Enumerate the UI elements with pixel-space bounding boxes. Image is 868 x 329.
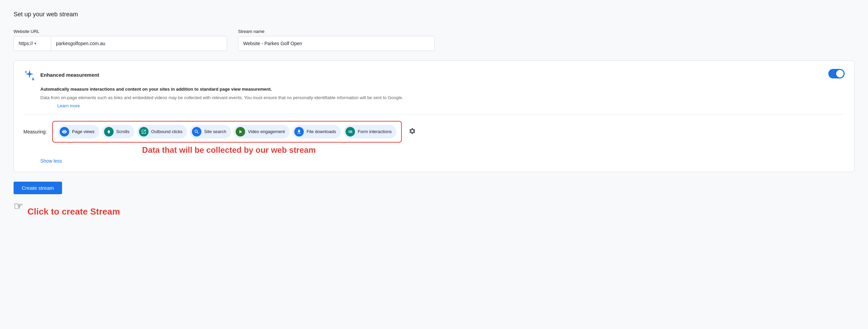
video-engagement-icon xyxy=(236,127,245,136)
click-annotation: Click to create Stream xyxy=(27,206,120,217)
protocol-select[interactable]: https:// ▾ xyxy=(14,36,51,51)
chips-container: Page views Scrolls Outboun xyxy=(52,121,402,143)
chip-scrolls-label: Scrolls xyxy=(116,129,130,134)
chip-page-views-label: Page views xyxy=(72,129,94,134)
chip-form-interactions: Form interactions xyxy=(343,125,396,139)
chip-scrolls: Scrolls xyxy=(102,125,134,139)
measuring-row: Measuring: Page views xyxy=(23,121,417,143)
website-url-label: Website URL xyxy=(14,29,227,34)
create-stream-button[interactable]: Create stream xyxy=(14,182,62,194)
scrolls-icon xyxy=(104,127,114,136)
show-less-link[interactable]: Show less xyxy=(23,158,62,164)
chip-form-interactions-label: Form interactions xyxy=(358,129,392,134)
cursor-icon: ☞ xyxy=(14,200,23,213)
annotation-text: Data that will be collected by our web s… xyxy=(23,145,417,155)
stream-name-label: Stream name xyxy=(238,29,854,34)
chip-file-downloads: File downloads xyxy=(292,125,341,139)
learn-more-link[interactable]: Learn more xyxy=(40,103,80,108)
url-input[interactable] xyxy=(51,36,227,51)
enhanced-measurement-title: Enhanced measurement xyxy=(40,72,99,78)
settings-button[interactable] xyxy=(407,126,417,137)
enhanced-measurement-card: Enhanced measurement Automatically measu… xyxy=(14,60,854,172)
chip-video-engagement: Video engagement xyxy=(234,125,290,139)
chip-outbound-clicks: Outbound clicks xyxy=(137,125,188,139)
file-downloads-icon xyxy=(294,127,304,136)
chevron-down-icon: ▾ xyxy=(34,41,36,46)
enhanced-description: Automatically measure interactions and c… xyxy=(23,86,845,93)
sparkle-icon xyxy=(23,69,36,81)
protocol-value: https:// xyxy=(19,41,33,46)
bottom-section: Create stream ☞ Click to create Stream xyxy=(14,182,854,217)
site-search-icon xyxy=(192,127,201,136)
chip-site-search-label: Site search xyxy=(204,129,226,134)
page-title: Set up your web stream xyxy=(14,11,854,18)
measuring-label: Measuring: xyxy=(23,129,47,134)
divider xyxy=(23,114,845,115)
page-views-icon xyxy=(60,127,69,136)
stream-name-input[interactable] xyxy=(238,36,435,51)
enhanced-sub-description: Data from on-page elements such as links… xyxy=(23,94,845,102)
chip-file-downloads-label: File downloads xyxy=(307,129,336,134)
chip-site-search: Site search xyxy=(190,125,231,139)
chip-video-engagement-label: Video engagement xyxy=(248,129,285,134)
chip-page-views: Page views xyxy=(58,125,99,139)
chip-outbound-clicks-label: Outbound clicks xyxy=(151,129,183,134)
enhanced-measurement-toggle[interactable] xyxy=(828,69,845,78)
form-interactions-icon xyxy=(346,127,355,136)
outbound-clicks-icon xyxy=(139,127,149,136)
